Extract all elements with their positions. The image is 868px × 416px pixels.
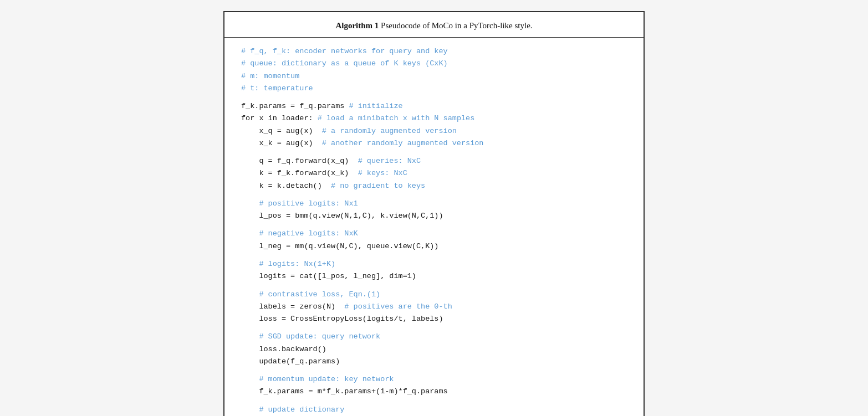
inline-comment: # another randomly augmented version bbox=[322, 139, 484, 147]
inline-code: for x in loader: bbox=[241, 114, 318, 122]
inline-code: k = k.detach() bbox=[241, 182, 331, 190]
inline-comment: # no gradient to keys bbox=[331, 182, 425, 190]
inline-code: x_q = aug(x) bbox=[241, 127, 322, 135]
algorithm-label: Algorithm 1 bbox=[335, 21, 379, 30]
code-comment-line: # SGD update: query network bbox=[241, 331, 627, 343]
inline-comment: # keys: NxC bbox=[358, 169, 407, 177]
blank-line bbox=[241, 222, 627, 228]
code-mixed-line: x_q = aug(x) # a randomly augmented vers… bbox=[241, 125, 627, 137]
inline-comment: # queries: NxC bbox=[358, 157, 421, 165]
code-mixed-line: q = f_q.forward(x_q) # queries: NxC bbox=[241, 155, 627, 167]
blank-line bbox=[241, 95, 627, 100]
inline-comment: # load a minibatch x with N samples bbox=[318, 114, 475, 122]
blank-line bbox=[241, 325, 627, 331]
algorithm-container: Algorithm 1 Pseudocode of MoCo in a PyTo… bbox=[223, 11, 645, 416]
code-normal-line: loss.backward() bbox=[241, 343, 627, 356]
code-comment-line: # positive logits: Nx1 bbox=[241, 198, 627, 210]
inline-code: q = f_q.forward(x_q) bbox=[241, 157, 358, 165]
code-mixed-line: k = k.detach() # no gradient to keys bbox=[241, 180, 627, 192]
code-normal-line: l_pos = bmm(q.view(N,1,C), k.view(N,C,1)… bbox=[241, 210, 627, 222]
code-mixed-line: for x in loader: # load a minibatch x wi… bbox=[241, 112, 627, 125]
code-comment-line: # negative logits: NxK bbox=[241, 228, 627, 240]
code-normal-line: l_neg = mm(q.view(N,C), queue.view(C,K)) bbox=[241, 240, 627, 253]
algorithm-body: # f_q, f_k: encoder networks for query a… bbox=[224, 38, 644, 416]
inline-code: x_k = aug(x) bbox=[241, 139, 322, 147]
code-comment-line: # contrastive loss, Eqn.(1) bbox=[241, 289, 627, 301]
inline-code: f_k.params = f_q.params bbox=[241, 102, 349, 110]
blank-line bbox=[241, 150, 627, 155]
blank-line bbox=[241, 398, 627, 404]
code-mixed-line: k = f_k.forward(x_k) # keys: NxC bbox=[241, 167, 627, 179]
code-comment-line: # momentum update: key network bbox=[241, 373, 627, 386]
code-comment-line: # f_q, f_k: encoder networks for query a… bbox=[241, 45, 627, 58]
inline-comment: # a randomly augmented version bbox=[322, 127, 457, 135]
blank-line bbox=[241, 283, 627, 289]
code-comment-line: # update dictionary bbox=[241, 404, 627, 416]
inline-code: labels = zeros(N) bbox=[241, 302, 344, 311]
code-normal-line: logits = cat([l_pos, l_neg], dim=1) bbox=[241, 270, 627, 283]
blank-line bbox=[241, 192, 627, 198]
algorithm-title-text: Pseudocode of MoCo in a PyTorch-like sty… bbox=[379, 21, 532, 30]
code-comment-line: # m: momentum bbox=[241, 70, 627, 83]
code-normal-line: update(f_q.params) bbox=[241, 356, 627, 368]
code-comment-line: # t: temperature bbox=[241, 83, 627, 95]
code-normal-line: loss = CrossEntropyLoss(logits/t, labels… bbox=[241, 313, 627, 325]
inline-code: k = f_k.forward(x_k) bbox=[241, 169, 358, 177]
code-mixed-line: labels = zeros(N) # positives are the 0-… bbox=[241, 301, 627, 313]
blank-line bbox=[241, 368, 627, 373]
code-mixed-line: f_k.params = f_q.params # initialize bbox=[241, 100, 627, 112]
blank-line bbox=[241, 253, 627, 258]
code-mixed-line: x_k = aug(x) # another randomly augmente… bbox=[241, 137, 627, 150]
code-comment-line: # queue: dictionary as a queue of K keys… bbox=[241, 58, 627, 70]
code-comment-line: # logits: Nx(1+K) bbox=[241, 258, 627, 270]
algorithm-title: Algorithm 1 Pseudocode of MoCo in a PyTo… bbox=[224, 12, 644, 38]
code-normal-line: f_k.params = m*f_k.params+(1-m)*f_q.para… bbox=[241, 386, 627, 398]
inline-comment: # initialize bbox=[349, 102, 402, 110]
inline-comment: # positives are the 0-th bbox=[344, 302, 452, 311]
